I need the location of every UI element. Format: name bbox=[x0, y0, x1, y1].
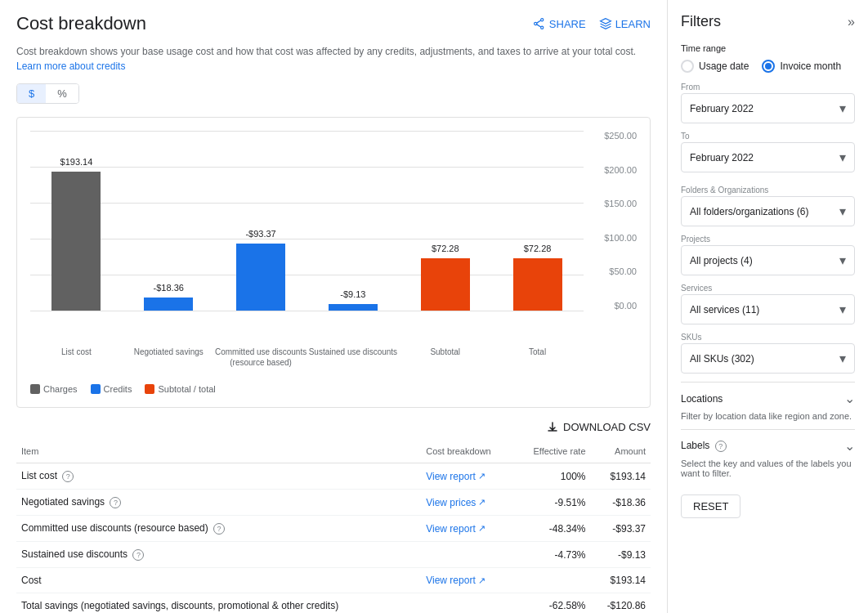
from-dropdown[interactable]: February 2022 ▾ bbox=[681, 93, 855, 123]
view-toggle: $ % bbox=[16, 83, 79, 104]
svg-line-4 bbox=[537, 25, 541, 27]
external-link-icon: ↗ bbox=[478, 575, 485, 586]
chart-area: $193.14 -$18.36 -$93.37 bbox=[30, 131, 637, 343]
legend-charges-dot bbox=[30, 384, 40, 394]
projects-dropdown[interactable]: All projects (4) ▾ bbox=[681, 245, 855, 275]
bar-total: $72.28 bbox=[491, 131, 584, 311]
table-row: List cost ? View report ↗ 100% $193.14 bbox=[16, 463, 651, 490]
bar-total-label: $72.28 bbox=[524, 244, 552, 253]
usage-date-label: Usage date bbox=[699, 60, 749, 72]
bar-subtotal-rect: $72.28 bbox=[421, 258, 470, 311]
download-icon bbox=[547, 422, 558, 433]
help-icon-labels[interactable]: ? bbox=[715, 441, 727, 452]
folders-dropdown[interactable]: All folders/organizations (6) ▾ bbox=[681, 196, 855, 226]
time-range-label: Time range bbox=[681, 43, 855, 53]
col-amount: Amount bbox=[591, 440, 651, 463]
view-report-link-list[interactable]: View report ↗ bbox=[426, 471, 508, 482]
y-label-50: $50.00 bbox=[588, 266, 637, 276]
table-row: Committed use discounts (resource based)… bbox=[16, 516, 651, 542]
bar-committed-rect: -$93.37 bbox=[236, 244, 285, 311]
y-label-250: $250.00 bbox=[588, 131, 637, 141]
grid-line-0 bbox=[30, 311, 584, 311]
bar-sustained-label: -$9.13 bbox=[340, 289, 365, 299]
y-label-100: $100.00 bbox=[588, 233, 637, 243]
invoice-month-radio[interactable]: Invoice month bbox=[762, 60, 841, 73]
x-axis: List cost Negotiated savings Committed u… bbox=[30, 347, 584, 368]
col-item: Item bbox=[16, 440, 421, 463]
item-cost: Cost bbox=[16, 568, 421, 593]
x-label-subtotal: Subtotal bbox=[399, 347, 491, 368]
to-dropdown[interactable]: February 2022 ▾ bbox=[681, 142, 855, 172]
reset-button[interactable]: RESET bbox=[681, 494, 740, 518]
help-icon-committed[interactable]: ? bbox=[213, 523, 225, 535]
legend-credits-dot bbox=[91, 384, 101, 394]
bar-list-cost-rect: $193.14 bbox=[51, 172, 101, 311]
legend-subtotal-label: Subtotal / total bbox=[158, 384, 215, 394]
labels-section: Labels ? ⌄ Select the key and values of … bbox=[681, 429, 855, 486]
bar-total-rect: $72.28 bbox=[513, 258, 562, 311]
view-report-link-cost[interactable]: View report ↗ bbox=[426, 575, 508, 586]
y-label-150: $150.00 bbox=[588, 199, 637, 208]
bar-committed: -$93.37 bbox=[215, 131, 307, 311]
learn-label: LEARN bbox=[615, 18, 651, 30]
x-label-total: Total bbox=[491, 347, 584, 368]
download-csv-button[interactable]: DOWNLOAD CSV bbox=[547, 421, 651, 433]
help-icon-list-cost[interactable]: ? bbox=[62, 471, 74, 482]
skus-dropdown[interactable]: All SKUs (302) ▾ bbox=[681, 343, 855, 374]
folders-dropdown-arrow: ▾ bbox=[839, 204, 846, 219]
amount-sustained: -$9.13 bbox=[591, 542, 651, 568]
projects-value: All projects (4) bbox=[690, 255, 753, 266]
labels-label: Labels ? bbox=[681, 440, 727, 452]
learn-more-link[interactable]: Learn more about credits bbox=[16, 60, 125, 72]
labels-chevron: ⌄ bbox=[844, 438, 855, 454]
view-report-link-committed[interactable]: View report ↗ bbox=[426, 523, 508, 535]
page-title: Cost breakdown bbox=[16, 13, 146, 34]
projects-field: Projects All projects (4) ▾ bbox=[681, 235, 855, 275]
collapse-sidebar-button[interactable]: » bbox=[848, 15, 855, 29]
services-label: Services bbox=[681, 284, 855, 293]
dollar-toggle[interactable]: $ bbox=[17, 84, 46, 103]
x-label-neg: Negotiated savings bbox=[123, 347, 215, 368]
services-dropdown[interactable]: All services (11) ▾ bbox=[681, 294, 855, 324]
page-header: Cost breakdown SHARE LEARN bbox=[16, 13, 651, 34]
view-prices-link[interactable]: View prices ↗ bbox=[426, 497, 508, 508]
locations-body: Filter by location data like region and … bbox=[681, 411, 855, 421]
locations-label: Locations bbox=[681, 393, 723, 405]
to-field: To February 2022 ▾ bbox=[681, 132, 855, 172]
main-panel: Cost breakdown SHARE LEARN Cost breakdow… bbox=[0, 0, 668, 613]
svg-point-1 bbox=[540, 26, 543, 29]
skus-field: SKUs All SKUs (302) ▾ bbox=[681, 333, 855, 374]
invoice-month-label: Invoice month bbox=[780, 60, 841, 72]
bar-committed-label: -$93.37 bbox=[245, 229, 275, 239]
to-label: To bbox=[681, 132, 855, 141]
external-link-icon: ↗ bbox=[478, 523, 485, 534]
col-breakdown: Cost breakdown bbox=[421, 440, 513, 463]
bar-sustained: -$9.13 bbox=[306, 131, 399, 311]
table-header: Item Cost breakdown Effective rate Amoun… bbox=[16, 440, 651, 463]
table-row: Total savings (negotiated savings, disco… bbox=[16, 593, 651, 614]
share-button[interactable]: SHARE bbox=[533, 17, 586, 30]
breakdown-cost: View report ↗ bbox=[421, 568, 513, 593]
percent-toggle[interactable]: % bbox=[46, 84, 78, 103]
labels-header[interactable]: Labels ? ⌄ bbox=[681, 438, 855, 454]
svg-point-0 bbox=[540, 19, 543, 21]
legend-credits: Credits bbox=[91, 384, 132, 394]
learn-button[interactable]: LEARN bbox=[599, 17, 651, 30]
rate-cost bbox=[513, 568, 590, 593]
locations-header[interactable]: Locations ⌄ bbox=[681, 391, 855, 406]
share-icon bbox=[533, 17, 546, 30]
rate-committed: -48.34% bbox=[513, 516, 590, 542]
from-dropdown-arrow: ▾ bbox=[839, 101, 846, 116]
chart-legend: Charges Credits Subtotal / total bbox=[30, 384, 637, 394]
bar-negotiated-rect: -$18.36 bbox=[144, 298, 193, 311]
table-row: Cost View report ↗ $193.14 bbox=[16, 568, 651, 593]
y-axis: $250.00 $200.00 $150.00 $100.00 $50.00 $… bbox=[588, 131, 637, 311]
rate-negotiated: -9.51% bbox=[513, 490, 590, 516]
breakdown-negotiated: View prices ↗ bbox=[421, 490, 513, 516]
help-icon-sustained[interactable]: ? bbox=[132, 549, 144, 561]
bar-negotiated-label: -$18.36 bbox=[154, 283, 184, 293]
help-icon-negotiated[interactable]: ? bbox=[110, 497, 121, 508]
bar-negotiated: -$18.36 bbox=[123, 131, 215, 311]
usage-date-radio[interactable]: Usage date bbox=[681, 60, 749, 73]
amount-list-cost: $193.14 bbox=[591, 463, 651, 490]
